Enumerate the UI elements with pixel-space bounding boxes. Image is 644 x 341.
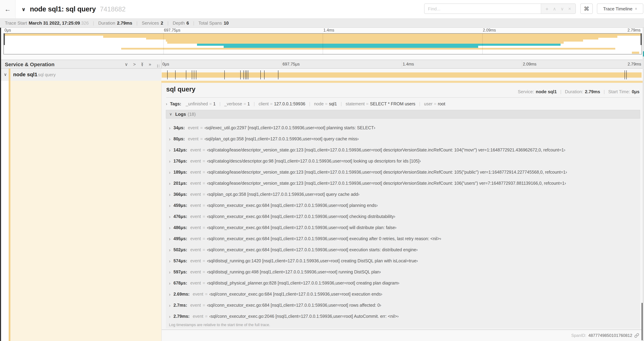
log-field-value: ‹sql/catalog/lease/descriptor_version_st… [207, 148, 565, 152]
summary-value: 2 [161, 21, 163, 26]
column-resizer-handle[interactable] [157, 65, 159, 68]
keyboard-shortcuts-button[interactable]: ⌘ [580, 4, 593, 14]
meta-value: 2.79ms [585, 89, 600, 94]
trace-summary-bar: Trace StartMarch 31 2022, 17:25:09.326 D… [0, 19, 644, 28]
log-field-value: ‹sql/distsql_physical_planner.go:828 [ns… [207, 281, 400, 285]
meta-label: Start Time: [608, 89, 630, 94]
tag-item[interactable]: _verbose=1 [216, 102, 250, 106]
tag-item[interactable]: client=127.0.0.1:59936 [250, 102, 305, 106]
find-box: ⌖ ∧ ∨ × [424, 4, 576, 14]
log-entry[interactable]: ›2.69ms:event=‹sql/conn_executor_exec.go… [166, 289, 640, 300]
tag-value: 1 [248, 102, 250, 106]
log-field-key: event [188, 125, 198, 130]
span-name-cell[interactable]: ∨ node sql1 sql query [0, 69, 161, 81]
log-entry[interactable]: ›34μs:event=‹sql/exec_util.go:2297 [nsql… [166, 122, 640, 133]
command-icon: ⌘ [584, 5, 589, 12]
minimap-canvas[interactable] [4, 33, 642, 54]
log-entry[interactable]: ›486μs:event=‹sql/conn_executor_exec.go:… [166, 222, 640, 233]
next-result-icon[interactable]: ∨ [560, 7, 564, 11]
log-field-value: ‹sql/conn_executor_exec.go:684 [nsql1,cl… [207, 214, 395, 219]
tag-item[interactable]: node=sql1 [305, 102, 337, 106]
log-entry[interactable]: ›502μs:event=‹sql/conn_executor_exec.go:… [166, 244, 640, 255]
logs-accordion-header[interactable]: ∨ Logs (18) [166, 110, 640, 119]
log-entry[interactable]: ›2.79ms:event=‹sql/conn_executor_exec.go… [166, 311, 640, 322]
log-equals: = [202, 270, 205, 274]
tags-accordion[interactable]: › Tags: _unfinished=1 _verbose=1 client=… [166, 101, 445, 107]
log-entry[interactable]: ›366μs:event=‹sql/plan_opt.go:358 [nsql1… [166, 189, 640, 200]
scrollbar-thumb[interactable] [642, 303, 642, 340]
ruler-tick-label: 1.4ms [324, 28, 334, 32]
back-button[interactable]: ← [0, 0, 16, 18]
log-entry[interactable]: ›142μs:event=‹sql/catalog/lease/descript… [166, 145, 640, 156]
log-timestamp: 142μs: [174, 148, 187, 152]
locate-icon[interactable]: ⌖ [546, 6, 548, 11]
collapse-one-icon[interactable]: ∨ [125, 62, 128, 66]
log-equals: = [205, 292, 208, 297]
ruler-tick-label: 2.79ms [628, 62, 641, 67]
expand-one-icon[interactable]: > [133, 62, 136, 66]
chevron-right-icon: › [169, 192, 174, 197]
log-field-key: event [190, 192, 201, 197]
collapse-trace-icon[interactable]: ∨ [22, 6, 26, 12]
log-field-value: ‹sql/plan_opt.go:358 [nsql1,client=127.0… [207, 192, 360, 197]
meta-label: Duration: [565, 89, 583, 94]
log-entry[interactable]: ›80μs:event=‹sql/plan_opt.go:358 [nsql1,… [166, 133, 640, 145]
log-field-key: event [190, 148, 201, 152]
expand-collapse-controls: ∨ > ∨ ∨ » [125, 60, 151, 68]
clear-search-icon[interactable]: × [568, 6, 571, 11]
log-equals: = [202, 303, 205, 308]
collapse-all-icon[interactable]: ∨ ∨ [141, 62, 144, 66]
log-entry[interactable]: ›189μs:event=‹sql/catalog/lease/descript… [166, 167, 640, 178]
chevron-right-icon: › [166, 102, 167, 106]
expand-all-icon[interactable]: » [149, 62, 151, 66]
scrollbar-track[interactable] [642, 28, 644, 341]
tag-item[interactable]: _unfinished=1 [186, 102, 216, 106]
log-entry[interactable]: ›476μs:event=‹sql/conn_executor_exec.go:… [166, 211, 640, 222]
log-entry[interactable]: ›2.7ms:event=‹sql/conn_executor_exec.go:… [166, 300, 640, 311]
tag-key: statement [346, 102, 365, 106]
minimap-span-bar [167, 42, 564, 44]
minimap-left-scrubber[interactable] [4, 34, 5, 45]
summary-suffix: .326 [80, 21, 89, 26]
chevron-right-icon: › [169, 303, 174, 308]
log-timestamp: 2.69ms: [174, 292, 190, 297]
minimap-ruler: 0μs697.75μs1.4ms2.09ms2.79ms [4, 28, 641, 33]
log-timestamp: 80μs: [174, 137, 185, 141]
tag-equals: = [209, 102, 212, 106]
summary-value: March 31 2022, 17:25:09 [29, 21, 80, 26]
log-timestamp: 597μs: [174, 270, 187, 274]
log-entry[interactable]: ›678μs:event=‹sql/distsql_physical_plann… [166, 278, 640, 289]
span-duration-bar[interactable] [162, 72, 642, 78]
tag-item[interactable]: user=root [415, 102, 445, 106]
log-entry[interactable]: ›574μs:event=‹sql/distsql_running.go:142… [166, 255, 640, 266]
chevron-right-icon: › [169, 258, 174, 263]
view-selector-button[interactable]: Trace Timeline ∨ [597, 4, 643, 14]
detail-span-bar-strip [161, 81, 644, 83]
log-entry[interactable]: ›495μs:event=‹sql/conn_executor_exec.go:… [166, 233, 640, 244]
log-equals: = [202, 148, 205, 152]
log-entry[interactable]: ›459μs:event=‹sql/conn_executor_exec.go:… [166, 200, 640, 211]
minimap-span-bar [4, 34, 642, 36]
logs-list: ›34μs:event=‹sql/exec_util.go:2297 [nsql… [166, 119, 640, 328]
log-field-key: event [190, 170, 201, 175]
trace-viewer-page: ← ∨ node sql1: sql query 7418682 ⌖ ∧ ∨ ×… [0, 0, 644, 341]
log-field-key: event [190, 225, 201, 230]
log-field-value: ‹sql/conn_executor_exec.go:684 [nsql1,cl… [207, 203, 378, 208]
minimap-right-scrubber[interactable] [640, 34, 642, 45]
tag-item[interactable]: statement=SELECT * FROM users [337, 102, 415, 106]
page-title: node sql1: sql query [30, 5, 96, 13]
find-input[interactable] [424, 4, 541, 14]
summary-label: Duration [98, 21, 115, 26]
log-entry[interactable]: ›201μs:event=‹sql/catalog/lease/descript… [166, 178, 640, 189]
log-entry[interactable]: ›597μs:event=‹sql/distsql_running.go:498… [166, 266, 640, 278]
deep-link-icon[interactable] [634, 333, 639, 338]
prev-result-icon[interactable]: ∧ [553, 7, 556, 11]
log-timestamp: 476μs: [174, 214, 187, 219]
chevron-right-icon: › [169, 314, 174, 319]
tag-equals: = [325, 102, 328, 106]
span-timeline-cell [161, 69, 642, 81]
log-timestamp: 495μs: [174, 236, 187, 241]
back-arrow-icon: ← [4, 5, 11, 13]
log-entry[interactable]: ›176μs:event=‹sql/catalog/descs/descript… [166, 156, 640, 167]
chevron-down-icon[interactable]: ∨ [4, 72, 7, 77]
